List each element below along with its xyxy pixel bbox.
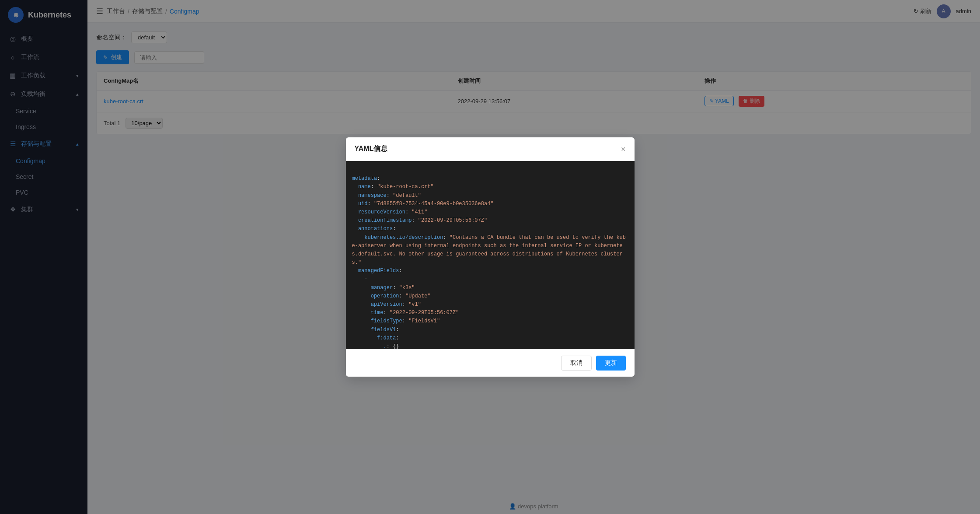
modal-overlay: YAML信息 × --- metadata: name: "kube-root-… (87, 23, 980, 499)
modal-footer: 取消 更新 (346, 349, 635, 377)
content-area: 命名空间： default ✎ 创建 ConfigMap名 (87, 23, 980, 499)
cancel-button[interactable]: 取消 (561, 356, 592, 371)
modal-body: --- metadata: name: "kube-root-ca.crt" n… (346, 161, 635, 349)
close-icon[interactable]: × (621, 145, 626, 153)
modal-title: YAML信息 (355, 144, 388, 154)
main-content: ☰ 工作台 / 存储与配置 / Configmap ↻ 刷新 A admin 命… (87, 0, 980, 514)
yaml-editor[interactable]: --- metadata: name: "kube-root-ca.crt" n… (346, 161, 635, 349)
modal-header: YAML信息 × (346, 137, 635, 161)
update-button[interactable]: 更新 (596, 356, 626, 371)
yaml-modal: YAML信息 × --- metadata: name: "kube-root-… (346, 137, 635, 377)
